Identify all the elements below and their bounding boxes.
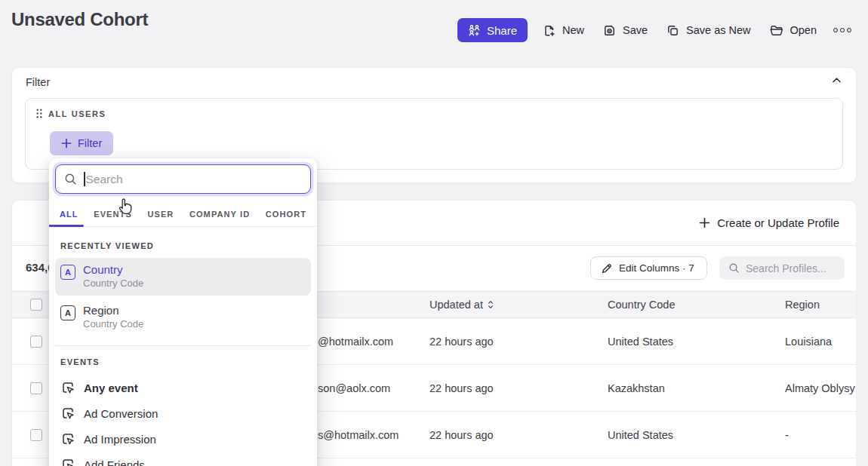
event-icon xyxy=(60,431,75,446)
dropdown-tabs: ALL EVENTS USER COMPANY ID COHORT xyxy=(49,204,317,227)
drag-handle-icon[interactable] xyxy=(36,109,42,118)
create-or-update-profile-button[interactable]: Create or Update Profile xyxy=(699,216,839,229)
all-users-label: ALL USERS xyxy=(48,109,106,118)
copy-icon xyxy=(666,23,680,38)
top-bar: Unsaved Cohort Share xyxy=(0,0,868,60)
country-code-cell: United States xyxy=(608,429,673,441)
country-code-cell: United States xyxy=(608,336,673,348)
section-header-events: EVENTS xyxy=(60,357,100,366)
column-header-updated-at[interactable]: Updated at xyxy=(429,299,483,311)
column-header-country-code[interactable]: Country Code xyxy=(608,299,675,311)
dropdown-item-country[interactable]: A Country Country Code xyxy=(55,258,311,296)
add-filter-button[interactable]: Filter xyxy=(50,131,113,155)
save-as-new-button[interactable]: Save as New xyxy=(657,18,759,42)
share-button[interactable]: Share xyxy=(457,18,528,42)
event-icon xyxy=(60,380,75,395)
active-tab-underline xyxy=(49,225,84,227)
tab-company-id[interactable]: COMPANY ID xyxy=(189,204,250,226)
tab-all[interactable]: ALL xyxy=(60,204,78,226)
new-button[interactable]: New xyxy=(533,18,593,42)
plus-icon xyxy=(699,217,710,228)
divider xyxy=(55,345,311,346)
pencil-icon xyxy=(601,262,613,274)
edit-columns-button[interactable]: Edit Columns · 7 xyxy=(590,256,707,280)
select-all-checkbox[interactable] xyxy=(30,299,42,311)
search-icon xyxy=(728,262,740,274)
region-cell: Almaty Oblysy xyxy=(785,382,855,394)
region-cell: Louisiana xyxy=(785,336,832,348)
email-cell: @hotmailx.com xyxy=(318,336,393,348)
search-profiles-input[interactable]: Search Profiles... xyxy=(719,256,845,280)
folder-open-icon xyxy=(769,23,784,38)
letter-a-icon: A xyxy=(60,305,75,320)
sort-icon[interactable] xyxy=(488,300,494,309)
updated-at-cell: 22 hours ago xyxy=(429,429,494,441)
email-cell: son@aolx.com xyxy=(318,382,390,394)
region-cell: - xyxy=(785,429,789,441)
row-checkbox[interactable] xyxy=(30,336,42,348)
email-cell: s@hotmailx.com xyxy=(318,429,399,441)
search-icon xyxy=(64,173,77,185)
text-caret xyxy=(84,172,85,186)
column-header-region[interactable]: Region xyxy=(785,299,820,311)
dropdown-item-any-event[interactable]: Any event xyxy=(60,375,311,400)
event-icon xyxy=(60,406,75,421)
open-button[interactable]: Open xyxy=(760,18,826,42)
filter-panel-title: Filter xyxy=(26,76,50,88)
tab-cohort[interactable]: COHORT xyxy=(266,204,306,226)
event-icon xyxy=(60,457,75,466)
mouse-cursor-hand-icon xyxy=(119,198,132,216)
more-options-button[interactable] xyxy=(826,18,859,42)
dropdown-item-ad-impression[interactable]: Ad Impression xyxy=(60,426,311,452)
new-file-icon xyxy=(542,23,556,38)
country-code-cell: Kazakhstan xyxy=(608,382,665,394)
page-title: Unsaved Cohort xyxy=(11,9,148,30)
section-header-recently-viewed: RECENTLY VIEWED xyxy=(60,241,154,250)
plus-icon xyxy=(61,138,72,149)
tab-user[interactable]: USER xyxy=(147,204,174,226)
header-actions: Share New Save xyxy=(457,18,859,42)
save-icon xyxy=(602,23,617,38)
save-button[interactable]: Save xyxy=(593,18,657,42)
collapse-chevron-icon[interactable] xyxy=(832,77,842,84)
dropdown-item-region[interactable]: A Region Country Code xyxy=(55,299,311,336)
search-placeholder: Search xyxy=(86,173,123,186)
updated-at-cell: 22 hours ago xyxy=(429,336,494,348)
dropdown-search-input[interactable]: Search xyxy=(55,164,311,194)
letter-a-icon: A xyxy=(60,265,75,280)
filter-dropdown: Search ALL EVENTS USER COMPANY ID COHORT… xyxy=(49,158,317,466)
dropdown-item-ad-conversion[interactable]: Ad Conversion xyxy=(60,400,311,426)
row-checkbox[interactable] xyxy=(30,429,42,441)
row-checkbox[interactable] xyxy=(30,382,42,394)
all-users-row: ALL USERS xyxy=(36,109,106,118)
more-dots-icon xyxy=(833,28,838,32)
share-users-icon xyxy=(468,24,481,37)
updated-at-cell: 22 hours ago xyxy=(429,382,494,394)
dropdown-item-add-friends[interactable]: Add Friends xyxy=(60,452,311,466)
